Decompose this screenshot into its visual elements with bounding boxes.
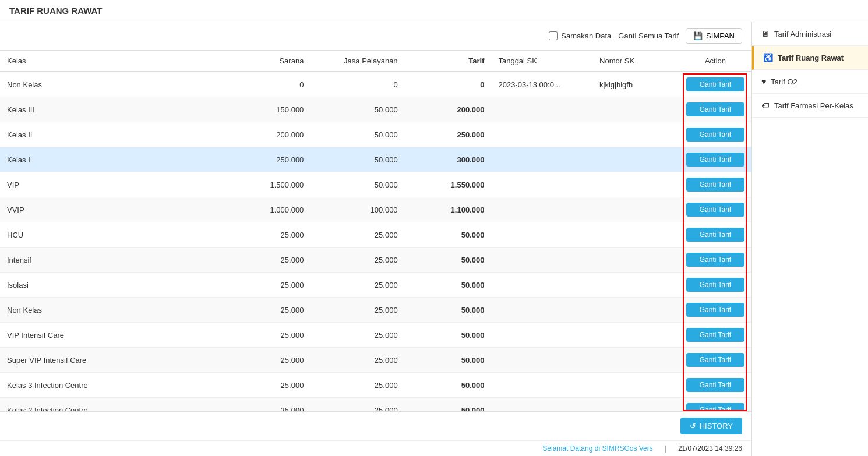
history-button[interactable]: ↺ HISTORY (680, 418, 742, 434)
ganti-tarif-button[interactable]: Ganti Tarif (686, 278, 744, 292)
ganti-tarif-button[interactable]: Ganti Tarif (686, 228, 744, 242)
datetime-display: 21/07/2023 14:39:26 (678, 444, 742, 453)
cell-kelas: Kelas III (0, 97, 217, 122)
ganti-semua-tarif-button[interactable]: Ganti Semua Tarif (618, 31, 679, 40)
cell-tanggal: 2023-03-13 00:0... (491, 72, 592, 97)
cell-nomor (592, 273, 679, 298)
cell-action: Ganti Tarif (679, 323, 751, 348)
cell-action: Ganti Tarif (679, 298, 751, 323)
sidebar-icon-tarif-administrasi: 🖥 (761, 29, 770, 38)
ganti-tarif-button[interactable]: Ganti Tarif (686, 153, 744, 167)
cell-action: Ganti Tarif (679, 72, 751, 97)
cell-nomor (592, 97, 679, 122)
cell-jasa: 25.000 (310, 222, 404, 248)
cell-kelas: Kelas II (0, 122, 217, 147)
cell-tarif: 0 (405, 72, 492, 97)
cell-sarana: 150.000 (217, 97, 310, 122)
table-row: VVIP 1.000.000 100.000 1.100.000 Ganti T… (0, 197, 751, 222)
ganti-tarif-button[interactable]: Ganti Tarif (686, 178, 744, 192)
ganti-tarif-button[interactable]: Ganti Tarif (686, 353, 744, 367)
ganti-tarif-button[interactable]: Ganti Tarif (686, 378, 744, 392)
cell-sarana: 25.000 (217, 373, 310, 398)
tarif-table: Kelas Sarana Jasa Pelayanan Tarif Tangga… (0, 50, 751, 411)
table-row: Super VIP Intensif Care 25.000 25.000 50… (0, 348, 751, 373)
cell-kelas: VVIP (0, 197, 217, 222)
cell-tanggal (491, 248, 592, 273)
sidebar: 🖥 Tarif Administrasi ♿ Tarif Ruang Rawat… (751, 22, 868, 456)
cell-tanggal (491, 298, 592, 323)
sidebar-item-tarif-administrasi[interactable]: 🖥 Tarif Administrasi (752, 22, 868, 46)
cell-kelas: Kelas 3 Infection Centre (0, 373, 217, 398)
cell-tanggal (491, 273, 592, 298)
sidebar-item-tarif-farmasi[interactable]: 🏷 Tarif Farmasi Per-Kelas (752, 94, 868, 118)
cell-tarif: 50.000 (405, 273, 492, 298)
samakan-data-input[interactable] (549, 31, 558, 40)
cell-kelas: HCU (0, 222, 217, 248)
cell-tarif: 1.100.000 (405, 197, 492, 222)
sidebar-icon-tarif-ruang-rawat: ♿ (763, 53, 773, 62)
status-divider: | (665, 444, 666, 453)
cell-tarif: 50.000 (405, 222, 492, 248)
cell-action: Ganti Tarif (679, 197, 751, 222)
cell-nomor (592, 122, 679, 147)
cell-kelas: VIP (0, 172, 217, 197)
ganti-tarif-button[interactable]: Ganti Tarif (686, 303, 744, 317)
sidebar-label-tarif-o2: Tarif O2 (771, 77, 798, 86)
samakan-data-checkbox[interactable]: Samakan Data (549, 31, 611, 40)
table-row: VIP Intensif Care 25.000 25.000 50.000 G… (0, 323, 751, 348)
col-header-jasa: Jasa Pelayanan (310, 51, 404, 72)
cell-kelas: Kelas I (0, 147, 217, 172)
cell-jasa: 25.000 (310, 273, 404, 298)
cell-sarana: 25.000 (217, 222, 310, 248)
sidebar-item-tarif-o2[interactable]: ♥ Tarif O2 (752, 70, 868, 94)
col-header-action: Action (679, 51, 751, 72)
cell-jasa: 25.000 (310, 348, 404, 373)
table-container: Kelas Sarana Jasa Pelayanan Tarif Tangga… (0, 50, 751, 411)
cell-tarif: 50.000 (405, 298, 492, 323)
welcome-text: Selamat Datang di SIMRSGos Vers (542, 444, 652, 453)
ganti-tarif-button[interactable]: Ganti Tarif (686, 403, 744, 411)
ganti-tarif-button[interactable]: Ganti Tarif (686, 328, 744, 342)
cell-nomor (592, 298, 679, 323)
table-row: Non Kelas 25.000 25.000 50.000 Ganti Tar… (0, 298, 751, 323)
table-row: Kelas III 150.000 50.000 200.000 Ganti T… (0, 97, 751, 122)
cell-action: Ganti Tarif (679, 222, 751, 248)
cell-kelas: Kelas 2 Infection Centre (0, 398, 217, 412)
cell-tarif: 50.000 (405, 248, 492, 273)
cell-tarif: 250.000 (405, 122, 492, 147)
sidebar-item-tarif-ruang-rawat[interactable]: ♿ Tarif Ruang Rawat (752, 46, 868, 70)
cell-kelas: Super VIP Intensif Care (0, 348, 217, 373)
cell-nomor (592, 398, 679, 412)
footer: ↺ HISTORY (0, 411, 751, 440)
history-label: HISTORY (700, 422, 733, 430)
ganti-tarif-button[interactable]: Ganti Tarif (686, 77, 744, 91)
ganti-tarif-button[interactable]: Ganti Tarif (686, 102, 744, 116)
cell-sarana: 25.000 (217, 398, 310, 412)
cell-sarana: 25.000 (217, 348, 310, 373)
cell-kelas: Intensif (0, 248, 217, 273)
table-wrapper[interactable]: Kelas Sarana Jasa Pelayanan Tarif Tangga… (0, 50, 751, 411)
cell-sarana: 25.000 (217, 298, 310, 323)
save-icon: 💾 (693, 31, 703, 40)
table-row: Non Kelas 0 0 0 2023-03-13 00:0... kjklg… (0, 72, 751, 97)
cell-action: Ganti Tarif (679, 273, 751, 298)
cell-nomor (592, 222, 679, 248)
simpan-button[interactable]: 💾 SIMPAN (686, 28, 742, 44)
cell-jasa: 50.000 (310, 97, 404, 122)
table-row: Kelas I 250.000 50.000 300.000 Ganti Tar… (0, 147, 751, 172)
sidebar-icon-tarif-farmasi: 🏷 (761, 101, 770, 110)
cell-tarif: 50.000 (405, 323, 492, 348)
cell-action: Ganti Tarif (679, 172, 751, 197)
cell-sarana: 25.000 (217, 323, 310, 348)
cell-tanggal (491, 398, 592, 412)
cell-jasa: 25.000 (310, 373, 404, 398)
cell-tarif: 300.000 (405, 147, 492, 172)
cell-nomor (592, 248, 679, 273)
cell-kelas: Non Kelas (0, 298, 217, 323)
ganti-tarif-button[interactable]: Ganti Tarif (686, 128, 744, 142)
sidebar-label-tarif-ruang-rawat: Tarif Ruang Rawat (778, 54, 844, 62)
cell-jasa: 25.000 (310, 298, 404, 323)
ganti-tarif-button[interactable]: Ganti Tarif (686, 203, 744, 217)
ganti-tarif-button[interactable]: Ganti Tarif (686, 253, 744, 267)
cell-tanggal (491, 97, 592, 122)
